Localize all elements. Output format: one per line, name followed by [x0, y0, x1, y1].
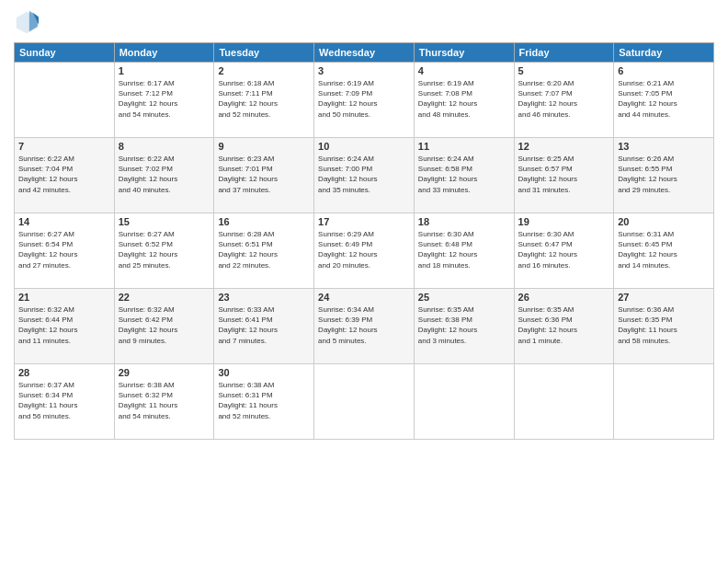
- day-number: 9: [218, 141, 310, 152]
- day-number: 2: [218, 65, 310, 76]
- calendar-cell: 26Sunrise: 6:35 AM Sunset: 6:36 PM Dayli…: [514, 289, 614, 364]
- day-info: Sunrise: 6:32 AM Sunset: 6:44 PM Dayligh…: [18, 304, 110, 346]
- page: SundayMondayTuesdayWednesdayThursdayFrid…: [0, 0, 728, 563]
- day-number: 25: [418, 292, 510, 303]
- header-row: SundayMondayTuesdayWednesdayThursdayFrid…: [15, 43, 714, 63]
- calendar-cell: 9Sunrise: 6:23 AM Sunset: 7:01 PM Daylig…: [214, 138, 314, 213]
- day-info: Sunrise: 6:24 AM Sunset: 6:58 PM Dayligh…: [418, 154, 510, 195]
- calendar-cell: 3Sunrise: 6:19 AM Sunset: 7:09 PM Daylig…: [314, 63, 415, 138]
- logo: [14, 9, 43, 35]
- calendar-cell: 29Sunrise: 6:38 AM Sunset: 6:32 PM Dayli…: [114, 364, 214, 440]
- calendar-cell: [614, 364, 714, 440]
- calendar-week-row: 1Sunrise: 6:17 AM Sunset: 7:12 PM Daylig…: [15, 63, 714, 138]
- day-info: Sunrise: 6:23 AM Sunset: 7:01 PM Dayligh…: [218, 154, 310, 195]
- day-info: Sunrise: 6:38 AM Sunset: 6:32 PM Dayligh…: [119, 380, 210, 421]
- calendar-cell: 7Sunrise: 6:22 AM Sunset: 7:04 PM Daylig…: [15, 138, 115, 213]
- day-number: 16: [218, 216, 310, 227]
- day-number: 22: [119, 292, 210, 303]
- calendar-week-row: 7Sunrise: 6:22 AM Sunset: 7:04 PM Daylig…: [15, 138, 714, 213]
- calendar-cell: 21Sunrise: 6:32 AM Sunset: 6:44 PM Dayli…: [15, 289, 115, 364]
- calendar-cell: 28Sunrise: 6:37 AM Sunset: 6:34 PM Dayli…: [15, 364, 115, 440]
- day-info: Sunrise: 6:33 AM Sunset: 6:41 PM Dayligh…: [218, 304, 310, 346]
- calendar-cell: 22Sunrise: 6:32 AM Sunset: 6:42 PM Dayli…: [114, 289, 214, 364]
- calendar-cell: 2Sunrise: 6:18 AM Sunset: 7:11 PM Daylig…: [214, 63, 314, 138]
- day-info: Sunrise: 6:27 AM Sunset: 6:54 PM Dayligh…: [18, 229, 110, 270]
- calendar-week-row: 28Sunrise: 6:37 AM Sunset: 6:34 PM Dayli…: [15, 364, 714, 440]
- day-info: Sunrise: 6:17 AM Sunset: 7:12 PM Dayligh…: [119, 78, 210, 120]
- day-number: 24: [318, 292, 410, 303]
- calendar-cell: 10Sunrise: 6:24 AM Sunset: 7:00 PM Dayli…: [314, 138, 415, 213]
- day-number: 10: [318, 141, 410, 152]
- day-info: Sunrise: 6:32 AM Sunset: 6:42 PM Dayligh…: [119, 304, 210, 346]
- day-number: 13: [618, 141, 710, 152]
- calendar-table: SundayMondayTuesdayWednesdayThursdayFrid…: [14, 42, 714, 440]
- calendar-cell: 11Sunrise: 6:24 AM Sunset: 6:58 PM Dayli…: [414, 138, 514, 213]
- calendar-cell: [314, 364, 415, 440]
- day-info: Sunrise: 6:37 AM Sunset: 6:34 PM Dayligh…: [18, 380, 110, 421]
- day-info: Sunrise: 6:18 AM Sunset: 7:11 PM Dayligh…: [218, 78, 310, 120]
- calendar-cell: 24Sunrise: 6:34 AM Sunset: 6:39 PM Dayli…: [314, 289, 415, 364]
- calendar-cell: 18Sunrise: 6:30 AM Sunset: 6:48 PM Dayli…: [414, 213, 514, 289]
- day-info: Sunrise: 6:35 AM Sunset: 6:38 PM Dayligh…: [418, 304, 510, 346]
- day-number: 19: [518, 216, 610, 227]
- weekday-header: Saturday: [614, 43, 714, 63]
- day-number: 11: [418, 141, 510, 152]
- day-number: 1: [119, 65, 210, 76]
- calendar-cell: 13Sunrise: 6:26 AM Sunset: 6:55 PM Dayli…: [614, 138, 714, 213]
- day-number: 5: [518, 65, 610, 76]
- day-info: Sunrise: 6:29 AM Sunset: 6:49 PM Dayligh…: [318, 229, 410, 270]
- day-info: Sunrise: 6:36 AM Sunset: 6:35 PM Dayligh…: [618, 304, 710, 346]
- day-number: 29: [119, 367, 210, 378]
- calendar-cell: 6Sunrise: 6:21 AM Sunset: 7:05 PM Daylig…: [614, 63, 714, 138]
- weekday-header: Sunday: [15, 43, 115, 63]
- calendar-cell: 17Sunrise: 6:29 AM Sunset: 6:49 PM Dayli…: [314, 213, 415, 289]
- day-info: Sunrise: 6:35 AM Sunset: 6:36 PM Dayligh…: [518, 304, 610, 346]
- calendar-week-row: 14Sunrise: 6:27 AM Sunset: 6:54 PM Dayli…: [15, 213, 714, 289]
- day-number: 7: [18, 141, 110, 152]
- day-number: 28: [18, 367, 110, 378]
- calendar-cell: 4Sunrise: 6:19 AM Sunset: 7:08 PM Daylig…: [414, 63, 514, 138]
- day-info: Sunrise: 6:19 AM Sunset: 7:09 PM Dayligh…: [318, 78, 410, 120]
- day-number: 20: [618, 216, 710, 227]
- calendar-cell: 12Sunrise: 6:25 AM Sunset: 6:57 PM Dayli…: [514, 138, 614, 213]
- day-info: Sunrise: 6:24 AM Sunset: 7:00 PM Dayligh…: [318, 154, 410, 195]
- calendar-cell: [414, 364, 514, 440]
- day-info: Sunrise: 6:30 AM Sunset: 6:48 PM Dayligh…: [418, 229, 510, 270]
- day-info: Sunrise: 6:27 AM Sunset: 6:52 PM Dayligh…: [119, 229, 210, 270]
- day-number: 4: [418, 65, 510, 76]
- day-number: 3: [318, 65, 410, 76]
- calendar-cell: 30Sunrise: 6:38 AM Sunset: 6:31 PM Dayli…: [214, 364, 314, 440]
- day-info: Sunrise: 6:22 AM Sunset: 7:04 PM Dayligh…: [18, 154, 110, 195]
- calendar-cell: 25Sunrise: 6:35 AM Sunset: 6:38 PM Dayli…: [414, 289, 514, 364]
- day-number: 27: [618, 292, 710, 303]
- calendar-cell: 8Sunrise: 6:22 AM Sunset: 7:02 PM Daylig…: [114, 138, 214, 213]
- calendar-cell: 16Sunrise: 6:28 AM Sunset: 6:51 PM Dayli…: [214, 213, 314, 289]
- calendar-cell: [514, 364, 614, 440]
- calendar-cell: [15, 63, 115, 138]
- day-info: Sunrise: 6:34 AM Sunset: 6:39 PM Dayligh…: [318, 304, 410, 346]
- day-info: Sunrise: 6:21 AM Sunset: 7:05 PM Dayligh…: [618, 78, 710, 120]
- calendar-cell: 27Sunrise: 6:36 AM Sunset: 6:35 PM Dayli…: [614, 289, 714, 364]
- day-number: 21: [18, 292, 110, 303]
- day-number: 26: [518, 292, 610, 303]
- day-info: Sunrise: 6:19 AM Sunset: 7:08 PM Dayligh…: [418, 78, 510, 120]
- day-number: 23: [218, 292, 310, 303]
- calendar-cell: 19Sunrise: 6:30 AM Sunset: 6:47 PM Dayli…: [514, 213, 614, 289]
- calendar-cell: 20Sunrise: 6:31 AM Sunset: 6:45 PM Dayli…: [614, 213, 714, 289]
- weekday-header: Tuesday: [214, 43, 314, 63]
- logo-icon: [14, 9, 40, 35]
- calendar-cell: 14Sunrise: 6:27 AM Sunset: 6:54 PM Dayli…: [15, 213, 115, 289]
- calendar-cell: 1Sunrise: 6:17 AM Sunset: 7:12 PM Daylig…: [114, 63, 214, 138]
- day-number: 15: [119, 216, 210, 227]
- day-number: 12: [518, 141, 610, 152]
- day-info: Sunrise: 6:26 AM Sunset: 6:55 PM Dayligh…: [618, 154, 710, 195]
- day-number: 14: [18, 216, 110, 227]
- calendar-cell: 15Sunrise: 6:27 AM Sunset: 6:52 PM Dayli…: [114, 213, 214, 289]
- weekday-header: Wednesday: [314, 43, 415, 63]
- day-number: 18: [418, 216, 510, 227]
- weekday-header: Monday: [114, 43, 214, 63]
- weekday-header: Friday: [514, 43, 614, 63]
- day-info: Sunrise: 6:38 AM Sunset: 6:31 PM Dayligh…: [218, 380, 310, 421]
- day-info: Sunrise: 6:28 AM Sunset: 6:51 PM Dayligh…: [218, 229, 310, 270]
- day-number: 17: [318, 216, 410, 227]
